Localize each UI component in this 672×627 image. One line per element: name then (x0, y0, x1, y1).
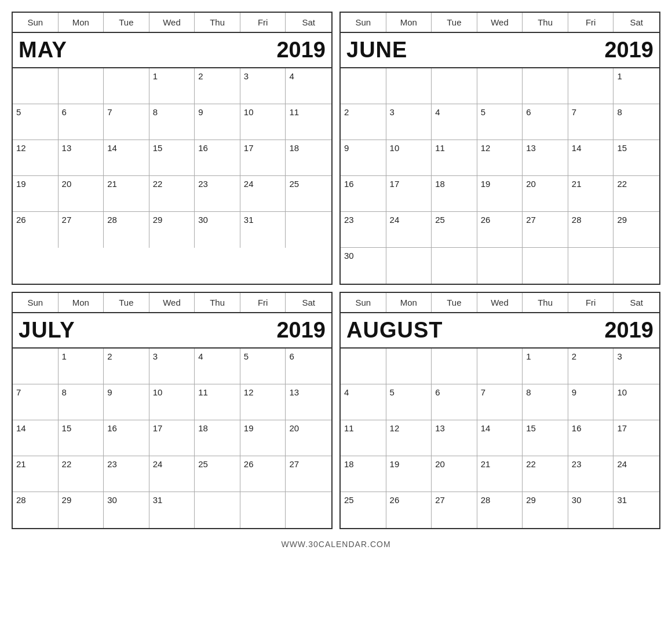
day-cell: 8 (59, 384, 104, 420)
day-header-sat: Sat (613, 13, 659, 32)
day-cell: 7 (477, 384, 523, 420)
day-cell: 22 (523, 456, 568, 492)
day-cell: 1 (523, 349, 568, 384)
days-grid: 1234567891011121314151617181920212223242… (341, 68, 659, 284)
day-number: 8 (526, 387, 531, 397)
day-headers: SunMonTueWedThuFriSat (13, 293, 331, 313)
day-number: 20 (526, 179, 536, 189)
day-number: 20 (435, 459, 445, 469)
day-number: 29 (153, 215, 163, 225)
day-number: 1 (526, 351, 531, 361)
day-number: 25 (344, 495, 354, 505)
day-cell: 15 (523, 420, 568, 456)
day-cell: 5 (240, 349, 286, 384)
day-number: 11 (198, 387, 208, 397)
day-cell: 3 (240, 68, 286, 104)
day-number: 24 (390, 215, 400, 225)
day-header-tue: Tue (104, 13, 149, 32)
day-number: 8 (617, 107, 622, 117)
day-number: 27 (526, 215, 536, 225)
day-cell: 10 (149, 384, 195, 420)
day-cell: 23 (104, 456, 149, 492)
day-number: 19 (16, 179, 26, 189)
day-cell: 20 (432, 456, 477, 492)
day-cell: 28 (13, 492, 59, 528)
day-number: 22 (526, 459, 536, 469)
day-header-fri: Fri (568, 13, 614, 32)
day-cell: 29 (613, 212, 659, 248)
day-number: 30 (107, 495, 117, 505)
day-number: 22 (617, 179, 627, 189)
day-cell: 20 (523, 176, 568, 212)
day-cell: 31 (149, 492, 195, 528)
day-cell: 17 (613, 420, 659, 456)
day-cell: 5 (477, 104, 523, 140)
day-cell (523, 68, 568, 104)
day-cell (477, 349, 523, 384)
day-number: 8 (153, 107, 158, 117)
month-title-row: JUNE2019 (341, 33, 659, 68)
day-number: 31 (617, 495, 627, 505)
day-cell: 22 (149, 176, 195, 212)
month-calendar-may: SunMonTueWedThuFriSatMAY2019123456789101… (12, 12, 333, 285)
day-cell: 20 (286, 420, 331, 456)
day-number: 14 (572, 143, 582, 153)
day-number: 4 (435, 107, 440, 117)
day-header-sun: Sun (341, 293, 386, 312)
day-headers: SunMonTueWedThuFriSat (341, 293, 659, 313)
day-cell: 9 (195, 104, 240, 140)
day-cell: 30 (341, 248, 386, 284)
day-header-thu: Thu (523, 13, 568, 32)
day-number: 28 (572, 215, 582, 225)
day-cell (13, 349, 59, 384)
day-number: 23 (107, 459, 117, 469)
day-number: 21 (481, 459, 491, 469)
day-number: 12 (16, 143, 26, 153)
day-cell: 12 (386, 420, 432, 456)
day-number: 18 (435, 179, 445, 189)
day-cell (477, 248, 523, 284)
day-cell: 15 (59, 420, 104, 456)
day-number: 27 (62, 215, 72, 225)
month-title-row: JULY2019 (13, 313, 331, 349)
day-cell: 22 (613, 176, 659, 212)
day-header-tue: Tue (104, 293, 149, 312)
day-number: 16 (107, 423, 117, 433)
day-number: 12 (390, 423, 400, 433)
day-cell: 29 (523, 492, 568, 528)
day-number: 13 (435, 423, 445, 433)
day-cell: 9 (341, 140, 386, 176)
day-cell (386, 248, 432, 284)
day-cell: 26 (240, 456, 286, 492)
day-number: 21 (572, 179, 582, 189)
day-cell (568, 248, 614, 284)
day-cell: 2 (195, 68, 240, 104)
day-number: 8 (62, 387, 67, 397)
day-cell: 28 (104, 212, 149, 248)
day-number: 9 (198, 107, 203, 117)
day-number: 9 (572, 387, 576, 397)
day-number: 2 (198, 71, 203, 81)
day-number: 4 (198, 351, 203, 361)
day-number: 3 (244, 71, 249, 81)
day-number: 30 (344, 251, 354, 261)
day-cell: 15 (149, 140, 195, 176)
month-name: JULY (19, 318, 75, 343)
day-number: 27 (289, 459, 299, 469)
day-cell: 4 (432, 104, 477, 140)
day-number: 14 (16, 423, 26, 433)
days-grid: 1234567891011121314151617181920212223242… (13, 68, 331, 248)
day-cell: 16 (104, 420, 149, 456)
day-number: 18 (289, 143, 299, 153)
day-cell: 24 (386, 212, 432, 248)
day-header-sun: Sun (341, 13, 386, 32)
day-cell (432, 68, 477, 104)
day-cell: 25 (286, 176, 331, 212)
day-cell: 8 (149, 104, 195, 140)
day-cell: 3 (149, 349, 195, 384)
day-cell: 10 (240, 104, 286, 140)
day-cell (613, 248, 659, 284)
day-cell (286, 212, 331, 248)
day-number: 30 (572, 495, 582, 505)
day-header-wed: Wed (477, 293, 523, 312)
